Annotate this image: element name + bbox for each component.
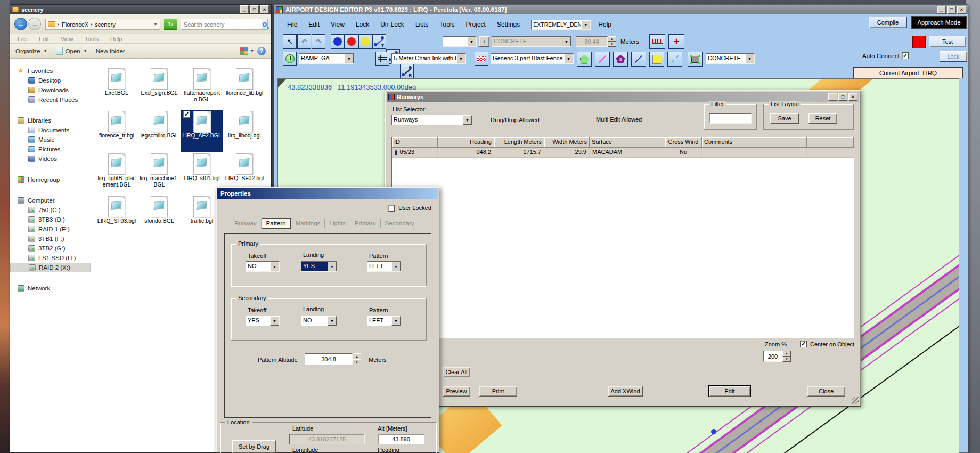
list-selector-dropdown[interactable]: Runways▼ [391, 115, 472, 125]
minimize-button[interactable]: _ [240, 5, 249, 13]
menu-tools[interactable]: Tools [440, 21, 455, 28]
grid-tool-button[interactable] [375, 52, 389, 66]
table-row-selected[interactable]: ▮05/23 048.2 1715.7 29.9 MACADAM No [392, 148, 854, 158]
gauge-tool-button[interactable] [283, 52, 297, 66]
file-item[interactable]: lirq_macchine1.BGL [138, 152, 181, 195]
auto-connect-checkbox[interactable]: ✓ [902, 52, 909, 59]
file-item[interactable]: Excl.BGL [95, 67, 138, 110]
file-item[interactable]: sfondo.BGL [138, 195, 181, 238]
test-button[interactable]: Test [929, 36, 966, 47]
dashed-line-tool-button[interactable] [667, 52, 682, 67]
link-surface-dropdown[interactable]: CONCRETE▼ [492, 36, 571, 47]
file-item[interactable]: Excl_sign.BGL [138, 67, 181, 110]
close-button[interactable]: × [848, 93, 858, 101]
redo-button[interactable]: ↷ [312, 34, 325, 49]
change-view-icon[interactable] [240, 47, 248, 55]
runways-table[interactable]: ID Heading Length Meters Width Meters Su… [391, 137, 854, 338]
help-icon[interactable]: ? [257, 47, 266, 55]
maximize-button[interactable]: □ [250, 5, 259, 13]
menu-help[interactable]: Help [598, 21, 611, 28]
file-item[interactable]: legscmlirq.BGL [138, 110, 181, 152]
column-header[interactable]: Width Meters [544, 137, 590, 148]
search-box[interactable] [181, 19, 268, 30]
chevron-down-icon[interactable]: ▼ [270, 262, 279, 271]
sidebar-item-homegroup[interactable]: Homegroup [10, 175, 91, 184]
sidebar-item-documents[interactable]: Documents [10, 125, 91, 135]
blue-node-tool-button[interactable] [331, 34, 345, 49]
sidebar-item-computer[interactable]: Computer [10, 196, 91, 205]
chevron-down-icon[interactable]: ▼ [328, 316, 337, 326]
primary-pattern-dropdown[interactable]: LEFT▼ [367, 261, 401, 272]
resize-grip[interactable] [852, 397, 859, 404]
sidebar-item-drive-e[interactable]: RAID 1 (E:) [10, 224, 91, 234]
density-dropdown[interactable]: EXTREMELY_DENSE ▼ [531, 20, 591, 30]
column-header[interactable]: Length Meters [494, 137, 544, 148]
tab-pattern[interactable]: Pattern [262, 218, 291, 229]
pattern-altitude-spinner[interactable]: 304.8 ▲▼ [305, 353, 361, 365]
menu-lists[interactable]: Lists [415, 21, 429, 28]
ground-line-tool-button[interactable] [631, 52, 646, 67]
file-item[interactable]: florence_tr.bgl [95, 110, 138, 152]
minimize-button[interactable]: _ [828, 93, 837, 101]
spin-up-icon[interactable]: ▲ [608, 36, 616, 42]
menu-view[interactable]: View [331, 21, 345, 28]
menu-view[interactable]: View [61, 36, 74, 42]
close-button[interactable]: × [260, 5, 269, 13]
altitude-field[interactable]: 43.890 [378, 434, 424, 444]
spin-down-icon[interactable]: ▼ [782, 357, 791, 362]
file-item[interactable]: LIRQ_SF03.bgl [95, 195, 138, 238]
tab-markings[interactable]: Markings [291, 219, 325, 228]
secondary-takeoff-dropdown[interactable]: YES▼ [246, 316, 280, 326]
primary-landing-dropdown[interactable]: YES▼ [301, 261, 337, 272]
zoom-spinner[interactable]: 200 ▲▼ [763, 351, 791, 362]
ramp-type-dropdown[interactable]: RAMP_GA▼ [299, 53, 354, 64]
search-input[interactable] [181, 19, 262, 29]
menu-file[interactable]: File [18, 36, 27, 42]
chevron-down-icon[interactable]: ▼ [745, 54, 754, 63]
menu-project[interactable]: Project [466, 21, 486, 28]
breadcrumb-current[interactable]: scenery [95, 21, 116, 28]
menu-unlock[interactable]: Un-Lock [380, 21, 404, 28]
explorer-titlebar[interactable]: scenery _ □ × [10, 5, 271, 14]
file-item[interactable]: lirq_libobj.bgl [223, 110, 266, 152]
chevron-down-icon[interactable]: ▼ [456, 54, 466, 63]
yellow-node-tool-button[interactable] [358, 34, 372, 49]
chevron-down-icon[interactable]: ▼ [328, 262, 337, 271]
sidebar-item-pictures[interactable]: Pictures [10, 144, 91, 154]
spin-down-icon[interactable]: ▼ [608, 42, 616, 47]
approach-mode-button[interactable]: Approach Mode [911, 16, 967, 29]
chevron-down-icon[interactable]: ▼ [345, 54, 354, 63]
save-button[interactable]: Save [770, 113, 799, 124]
chevron-down-icon[interactable]: ▼ [564, 54, 573, 63]
chevron-down-icon[interactable]: ▼ [270, 316, 279, 326]
chevron-down-icon[interactable]: ▼ [391, 262, 401, 271]
runway-link-tool-button[interactable]: R [400, 64, 414, 79]
column-header[interactable]: Heading [438, 137, 494, 148]
tab-runway[interactable]: Runway [230, 219, 262, 228]
blast-fence-dropdown[interactable]: Generic 3-part Blast Fence▼ [491, 53, 574, 64]
preview-button[interactable]: Preview [443, 386, 470, 397]
secondary-pattern-dropdown[interactable]: LEFT▼ [367, 316, 401, 326]
fence-type-dropdown[interactable]: 5 Meter Chain-link with be▼ [391, 53, 466, 64]
chevron-down-icon[interactable]: ▼ [463, 115, 472, 125]
blast-fence-tool-button[interactable] [475, 52, 488, 66]
open-button[interactable]: Open [66, 48, 80, 54]
sidebar-item-drive-c[interactable]: 750 (C:) [10, 205, 91, 215]
print-button[interactable]: Print [479, 386, 517, 397]
back-button[interactable]: ← [14, 18, 27, 30]
breadcrumb[interactable]: ▸ FlorenceX ▸ scenery ▼ [45, 19, 160, 30]
user-locked-checkbox[interactable] [388, 205, 395, 212]
link-width-spinner[interactable]: 30.48 ▲▼ [576, 36, 616, 47]
menu-settings[interactable]: Settings [497, 21, 520, 28]
map-node-point[interactable] [711, 429, 716, 434]
chevron-down-icon[interactable]: ▼ [467, 37, 476, 46]
apron-polygon-tool-button[interactable] [577, 52, 592, 67]
column-header[interactable]: ID [392, 137, 438, 148]
chevron-down-icon[interactable]: ▼ [153, 22, 158, 27]
tab-lights[interactable]: Lights [325, 219, 350, 228]
maximize-button[interactable]: □ [838, 93, 847, 101]
primary-takeoff-dropdown[interactable]: NO▼ [246, 261, 280, 272]
sidebar-item-videos[interactable]: Videos [10, 154, 91, 164]
minimize-button[interactable]: _ [937, 6, 946, 14]
file-item[interactable]: flattenaeroporto.BGL [181, 67, 223, 110]
